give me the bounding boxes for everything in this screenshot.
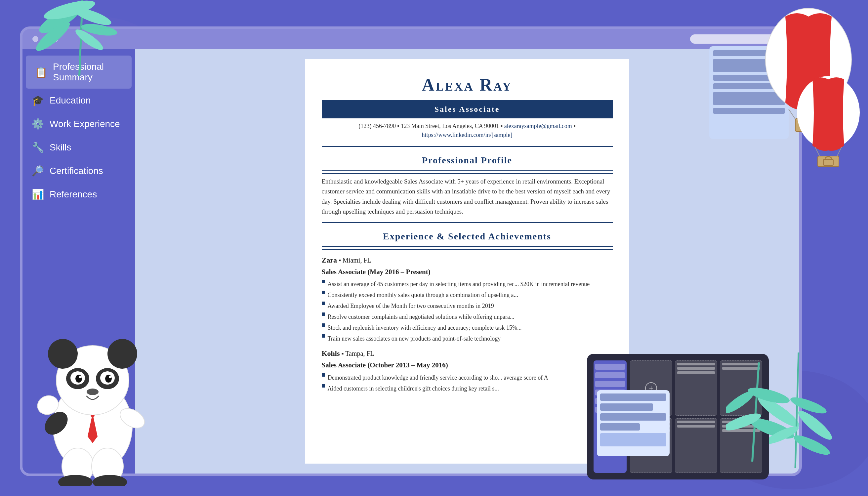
job-title-kohls: Sales Associate (October 2013 – May 2016… bbox=[322, 360, 613, 371]
bullet-icon-k2 bbox=[322, 384, 325, 388]
tcard-line-2 bbox=[677, 367, 715, 370]
company-line-zara: Zara ▪ Miami, FL bbox=[322, 254, 613, 265]
refs-icon: 📊 bbox=[32, 188, 44, 200]
bullet-icon-2 bbox=[322, 291, 325, 294]
svg-point-46 bbox=[87, 389, 98, 395]
skills-icon: 🔧 bbox=[32, 141, 44, 153]
bamboo-leaves-top-left bbox=[33, 0, 132, 77]
bullet-icon-6 bbox=[322, 334, 325, 338]
contact-separator-2: ▪ bbox=[501, 123, 504, 129]
divider-profile bbox=[322, 146, 613, 147]
contact-separator-1: ▪ bbox=[397, 123, 401, 129]
contact-address: 123 Main Street, Los Angeles, CA 90001 bbox=[401, 123, 499, 129]
bullet-zara-1: Assist an average of 45 customers per da… bbox=[322, 280, 613, 289]
resume-document: Alexa Ray Sales Associate (123) 456-7890… bbox=[305, 59, 629, 464]
resume-name: Alexa Ray bbox=[322, 72, 613, 98]
divider-experience-bottom bbox=[322, 249, 613, 250]
bullet-zara-6: Train new sales associates on new produc… bbox=[322, 334, 613, 343]
phone-line-1 bbox=[600, 393, 666, 401]
phone-overlay bbox=[597, 390, 670, 456]
sidebar-item-skills[interactable]: 🔧 Skills bbox=[22, 136, 135, 159]
bullet-text-kohls-1: Demonstrated product knowledge and frien… bbox=[328, 373, 548, 382]
phone-line-2 bbox=[600, 403, 653, 411]
bullet-zara-5: Stock and replenish inventory with effic… bbox=[322, 323, 613, 332]
bullet-square-zara: ▪ bbox=[339, 257, 343, 264]
phone-line-4 bbox=[600, 423, 640, 431]
bullet-zara-4: Resolve customer complaints and negotiat… bbox=[322, 312, 613, 321]
bullet-text-zara-6: Train new sales associates on new produc… bbox=[328, 334, 501, 343]
bullet-text-zara-1: Assist an average of 45 customers per da… bbox=[328, 280, 590, 289]
resume-summary-text: Enthusiastic and knowledgeable Sales Ass… bbox=[322, 176, 613, 217]
company-name-kohls: Kohls bbox=[322, 349, 340, 357]
work-icon: ⚙️ bbox=[32, 118, 44, 130]
tcard-line-3 bbox=[677, 371, 715, 374]
job-title-zara: Sales Associate (May 2016 – Present) bbox=[322, 267, 613, 277]
graduation-icon: 🎓 bbox=[32, 95, 44, 106]
bullet-text-zara-5: Stock and replenish inventory with effic… bbox=[328, 323, 522, 332]
contact-linkedin[interactable]: https://www.linkedin.com/in/[sample] bbox=[422, 131, 513, 138]
divider-profile-bottom bbox=[322, 173, 613, 174]
svg-point-18 bbox=[789, 394, 828, 417]
sidebar-item-education[interactable]: 🎓 Education bbox=[22, 89, 135, 112]
cert-icon: 🔎 bbox=[32, 165, 44, 176]
bullet-text-zara-3: Awarded Employee of the Month for two co… bbox=[328, 301, 494, 310]
company-name-zara: Zara bbox=[322, 256, 337, 264]
tablet-sidebar-item-3 bbox=[595, 381, 625, 387]
bullet-zara-2: Consistently exceed monthly sales quota … bbox=[322, 291, 613, 299]
svg-point-44 bbox=[79, 376, 82, 378]
sidebar-item-work-experience[interactable]: ⚙️ Work Experience bbox=[22, 112, 135, 136]
panda-character bbox=[27, 321, 159, 486]
resume-contact: (123) 456-7890 ▪ 123 Main Street, Los An… bbox=[322, 122, 613, 140]
template-card-4[interactable] bbox=[675, 418, 717, 473]
bullet-kohls-2: Aided customers in selecting children's … bbox=[322, 384, 613, 393]
resume-title-bar: Sales Associate bbox=[322, 100, 613, 118]
bullet-text-zara-4: Resolve customer complaints and negotiat… bbox=[328, 312, 514, 321]
svg-line-15 bbox=[795, 353, 799, 468]
bullet-zara-3: Awarded Employee of the Month for two co… bbox=[322, 301, 613, 310]
tablet-sidebar-item-1 bbox=[595, 364, 625, 370]
bullet-icon-3 bbox=[322, 301, 325, 305]
divider-experience bbox=[322, 222, 613, 223]
company-location-kohls: Tampa, FL bbox=[345, 350, 374, 357]
tablet-sidebar-item-2 bbox=[595, 372, 625, 378]
svg-point-45 bbox=[109, 376, 111, 378]
bullet-kohls-1: Demonstrated product knowledge and frien… bbox=[322, 373, 613, 382]
tcard4-line-2 bbox=[677, 425, 715, 428]
phone-line-3 bbox=[600, 413, 666, 421]
section-title-profile: Professional Profile bbox=[322, 153, 613, 171]
balloon-container bbox=[762, 6, 855, 132]
svg-point-14 bbox=[726, 388, 757, 417]
section-title-experience: Experience & Selected Achievements bbox=[322, 230, 613, 247]
svg-point-36 bbox=[48, 339, 78, 369]
contact-email[interactable]: alexaraysample@gmail.com bbox=[504, 123, 572, 129]
sidebar-item-references[interactable]: 📊 References bbox=[22, 183, 135, 206]
bullet-icon-4 bbox=[322, 312, 325, 316]
company-location-zara: Miami, FL bbox=[343, 257, 371, 264]
bullet-text-zara-2: Consistently exceed monthly sales quota … bbox=[328, 291, 518, 299]
contact-separator-3: ▪ bbox=[573, 123, 575, 129]
bullet-icon-k1 bbox=[322, 373, 325, 377]
monitor-top-bar bbox=[22, 29, 799, 49]
tcard-line-1 bbox=[677, 363, 715, 366]
svg-line-9 bbox=[752, 362, 759, 462]
company-line-kohls: Kohls ▪ Tampa, FL bbox=[322, 348, 613, 359]
svg-point-37 bbox=[107, 339, 137, 369]
bullet-square-kohls: ▪ bbox=[342, 350, 345, 357]
bullet-icon-5 bbox=[322, 323, 325, 327]
resume-job-title: Sales Associate bbox=[434, 105, 500, 113]
sidebar-item-certifications[interactable]: 🔎 Certifications bbox=[22, 159, 135, 183]
bullet-text-kohls-2: Aided customers in selecting children's … bbox=[328, 384, 499, 393]
tcard4-line-1 bbox=[677, 421, 715, 423]
svg-rect-31 bbox=[823, 159, 833, 165]
bullet-icon-1 bbox=[322, 280, 325, 283]
phone-line-5 bbox=[600, 433, 666, 446]
contact-phone: (123) 456-7890 bbox=[358, 123, 396, 129]
bamboo-leaves-bottom-right bbox=[769, 353, 835, 469]
template-card-1[interactable] bbox=[675, 360, 717, 416]
svg-line-21 bbox=[789, 109, 795, 119]
